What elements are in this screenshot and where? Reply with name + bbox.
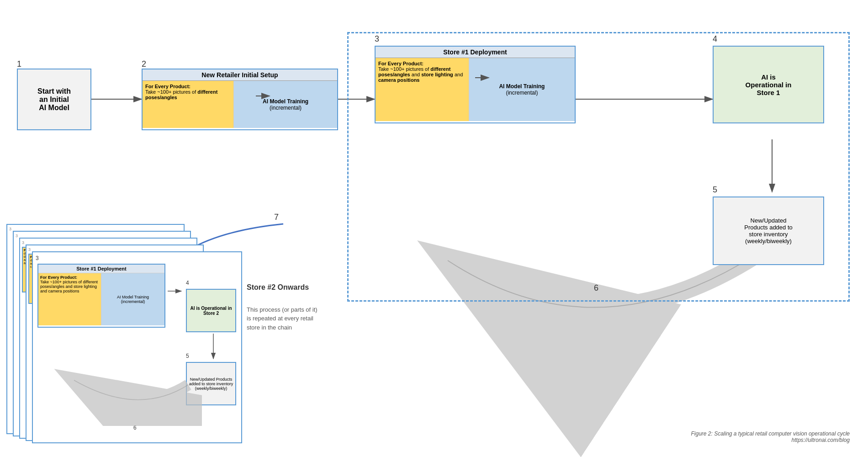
step3-title: Store #1 Deployment [376, 47, 575, 58]
step1-box: Start with an Initial AI Model [17, 69, 91, 130]
mini-step3-right: AI Model Training(incremental) [101, 273, 164, 325]
mini-step5-label: New/Updated Products added to store inve… [187, 377, 235, 391]
mini-step6-label: 6 [133, 425, 137, 431]
step3-box: Store #1 Deployment For Every Product: T… [375, 46, 576, 123]
mini-step3-num: 3 [36, 255, 39, 261]
mini-step3-title: Store #1 Deployment [38, 265, 164, 273]
step3-num: 3 [375, 34, 379, 44]
step2-title: New Retailer Initial Setup [143, 69, 337, 81]
step2-right: AI Model Training(incremental) [234, 81, 337, 128]
step1-num: 1 [17, 59, 21, 69]
step4-label: AI is Operational in Store 1 [746, 73, 792, 96]
diagram-container: 1 Start with an Initial AI Model 2 New R… [0, 0, 868, 457]
step6-label: 6 [594, 283, 598, 293]
store2-title: Store #2 Onwards [247, 283, 309, 292]
step2-box: New Retailer Initial Setup For Every Pro… [142, 69, 338, 130]
mini-card-main: 3 Store #1 Deployment For Every Product:… [32, 251, 242, 443]
step5-label: New/Updated Products added to store inve… [744, 217, 793, 244]
mini-step5-box: New/Updated Products added to store inve… [186, 362, 236, 405]
step3-right: AI Model Training(incremental) [469, 58, 575, 121]
store2-body: This process (or parts of it) is repeate… [247, 296, 318, 332]
step5-num: 5 [713, 185, 717, 195]
mini-step5-num: 5 [186, 353, 189, 359]
step2-left: For Every Product: Take ~100+ pictures o… [143, 81, 234, 128]
mini-step4-box: AI is Operational in Store 2 [186, 289, 236, 332]
step2-num: 2 [142, 59, 146, 69]
step4-box: AI is Operational in Store 1 [713, 46, 824, 123]
mini-step4-num: 4 [186, 280, 189, 286]
figure-caption: Figure 2: Scaling a typical retail compu… [691, 430, 850, 443]
mini-step3-left: For Every Product: Take ~100+ pictures o… [38, 273, 101, 325]
step5-box: New/Updated Products added to store inve… [713, 197, 824, 265]
mini-step3-box: Store #1 Deployment For Every Product: T… [37, 264, 165, 328]
step4-num: 4 [713, 34, 717, 44]
step7-label: 7 [274, 213, 279, 222]
step1-label: Start with an Initial AI Model [37, 87, 71, 112]
step3-left: For Every Product: Take ~100+ pictures o… [376, 58, 469, 121]
mini-step4-label: AI is Operational in Store 2 [187, 306, 235, 316]
